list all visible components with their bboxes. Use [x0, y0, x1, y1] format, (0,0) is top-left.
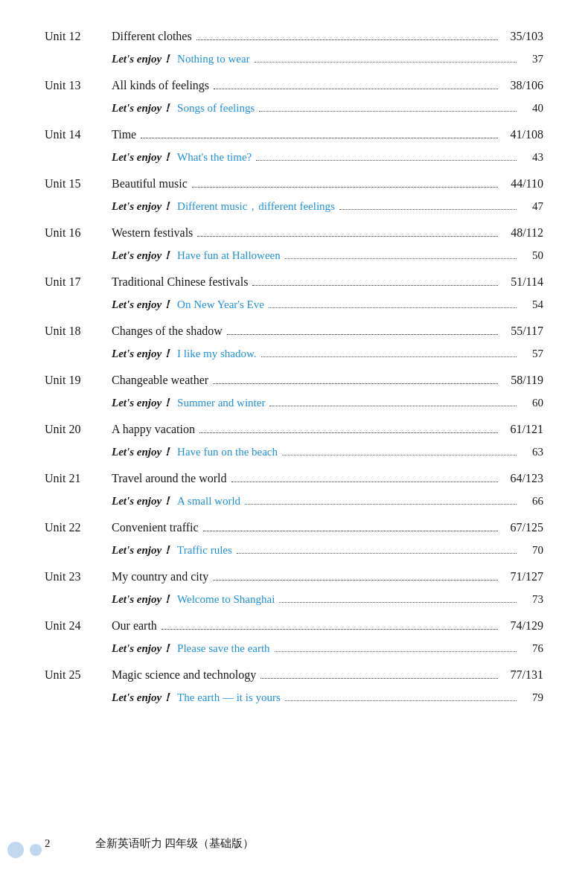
sub-dot-leader [255, 62, 517, 63]
page-number: 48/112 [502, 226, 543, 240]
toc-main-row: Unit 16Western festivals48/112 [45, 226, 543, 247]
sub-page-number: 79 [521, 691, 543, 704]
dot-leader [261, 678, 498, 679]
entry-title: Western festivals [112, 226, 193, 240]
entry-title: Beautiful music [112, 177, 188, 191]
entry-title: Convenient traffic [112, 521, 199, 534]
dot-leader [213, 580, 498, 581]
sub-entry-title: On New Year's Eve [177, 298, 264, 311]
toc-sub-row: Let's enjoy！Have fun at Halloween50 [45, 249, 543, 268]
toc-sub-row: Let's enjoy！Have fun on the beach63 [45, 445, 543, 464]
lets-enjoy-label: Let's enjoy！ [112, 642, 173, 656]
entry-title: My country and city [112, 570, 208, 583]
toc-main-row: Unit 17Traditional Chinese festivals51/1… [45, 275, 543, 296]
page-number: 67/125 [502, 521, 543, 534]
toc-sub-row: Let's enjoy！The earth — it is yours79 [45, 691, 543, 710]
toc-main-row: Unit 20A happy vacation61/121 [45, 423, 543, 444]
page-number: 55/117 [502, 324, 543, 338]
entry-title: Changeable weather [112, 374, 208, 387]
entry-title: Changes of the shadow [112, 324, 223, 338]
toc-main-row: Unit 18Changes of the shadow55/117 [45, 324, 543, 345]
toc-sub-row: Let's enjoy！Traffic rules70 [45, 543, 543, 563]
unit-label: Unit 14 [45, 128, 112, 141]
toc-main-row: Unit 19Changeable weather58/119 [45, 374, 543, 394]
sub-dot-leader [237, 553, 517, 554]
sub-entry-title: Please save the earth [177, 642, 270, 655]
lets-enjoy-label: Let's enjoy！ [112, 445, 173, 459]
sub-page-number: 76 [521, 642, 543, 655]
entry-title: Our earth [112, 619, 157, 633]
toc-main-row: Unit 22Convenient traffic67/125 [45, 521, 543, 542]
footer-decoration [7, 842, 42, 858]
lets-enjoy-label: Let's enjoy！ [112, 298, 173, 312]
footer: 2 全新英语听力 四年级（基础版） [0, 837, 588, 851]
sub-page-number: 73 [521, 593, 543, 606]
sub-entry-title: Different music，different feelings [177, 199, 335, 214]
sub-entry-title: I like my shadow. [177, 348, 257, 360]
unit-label: Unit 25 [45, 668, 112, 682]
unit-label: Unit 19 [45, 374, 112, 387]
sub-entry-title: Traffic rules [177, 544, 232, 557]
toc-sub-row: Let's enjoy！Nothing to wear37 [45, 52, 543, 71]
page-number: 38/106 [502, 79, 543, 92]
dot-leader [199, 432, 498, 433]
toc-sub-row: Let's enjoy！On New Year's Eve54 [45, 298, 543, 317]
dot-leader [196, 39, 498, 40]
sub-dot-leader [285, 258, 517, 259]
lets-enjoy-label: Let's enjoy！ [112, 494, 173, 508]
unit-label: Unit 17 [45, 275, 112, 289]
sub-dot-leader [275, 651, 517, 652]
lets-enjoy-label: Let's enjoy！ [112, 249, 173, 263]
sub-page-number: 60 [521, 397, 543, 409]
sub-dot-leader [279, 602, 517, 603]
toc-sub-row: Let's enjoy！Summer and winter60 [45, 396, 543, 415]
dot-leader [231, 482, 499, 482]
footer-book-title: 全新英语听力 四年级（基础版） [95, 837, 255, 851]
toc-sub-row: Let's enjoy！What's the time?43 [45, 150, 543, 170]
toc-sub-row: Let's enjoy！Different music，different fe… [45, 199, 543, 219]
toc-main-row: Unit 21Travel around the world64/123 [45, 472, 543, 493]
lets-enjoy-label: Let's enjoy！ [112, 199, 173, 214]
sub-page-number: 43 [521, 151, 543, 164]
sub-entry-title: Summer and winter [177, 397, 265, 409]
entry-title: Traditional Chinese festivals [112, 275, 248, 289]
lets-enjoy-label: Let's enjoy！ [112, 52, 173, 66]
toc-sub-row: Let's enjoy！Songs of feelings40 [45, 101, 543, 121]
unit-label: Unit 12 [45, 30, 112, 43]
toc-main-row: Unit 23My country and city71/127 [45, 570, 543, 591]
sub-dot-leader [269, 307, 517, 308]
unit-label: Unit 18 [45, 324, 112, 338]
sub-dot-leader [282, 455, 517, 455]
sub-entry-title: Welcome to Shanghai [177, 593, 275, 606]
toc-sub-row: Let's enjoy！Welcome to Shanghai73 [45, 592, 543, 612]
sub-entry-title: Songs of feelings [177, 102, 255, 115]
unit-label: Unit 16 [45, 226, 112, 240]
toc-main-row: Unit 14Time41/108 [45, 128, 543, 149]
dot-leader [141, 138, 498, 138]
dot-leader [227, 334, 498, 335]
sub-entry-title: A small world [177, 495, 240, 508]
page-number: 71/127 [502, 570, 543, 583]
unit-label: Unit 20 [45, 423, 112, 436]
sub-dot-leader [285, 700, 517, 701]
sub-dot-leader [245, 504, 517, 505]
sub-entry-title: What's the time? [177, 151, 252, 164]
sub-dot-leader [339, 209, 517, 210]
toc-sub-row: Let's enjoy！A small world66 [45, 494, 543, 514]
circle-decoration-1 [7, 842, 24, 858]
dot-leader [197, 236, 498, 237]
dot-leader [192, 187, 498, 188]
dot-leader [214, 89, 498, 89]
lets-enjoy-label: Let's enjoy！ [112, 592, 173, 607]
unit-label: Unit 23 [45, 570, 112, 583]
entry-title: Different clothes [112, 30, 192, 43]
sub-page-number: 63 [521, 446, 543, 458]
sub-dot-leader [259, 111, 517, 112]
sub-dot-leader [256, 160, 517, 161]
sub-entry-title: Have fun on the beach [177, 446, 278, 458]
unit-label: Unit 15 [45, 177, 112, 191]
sub-dot-leader [261, 356, 517, 357]
toc-main-row: Unit 13All kinds of feelings38/106 [45, 79, 543, 100]
sub-page-number: 47 [521, 200, 543, 213]
entry-title: Magic science and technology [112, 668, 256, 682]
